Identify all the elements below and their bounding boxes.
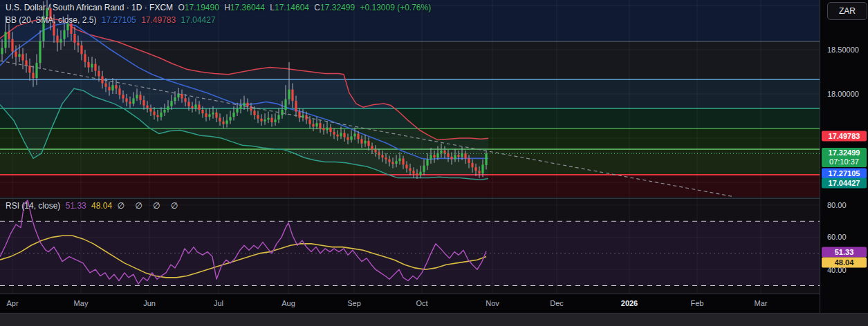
open-label: O xyxy=(178,3,184,12)
bb-lower-value: 17.04427 xyxy=(181,15,216,25)
price-scale-label: 18.00000 xyxy=(827,90,859,98)
rsi-title: RSI (14, close) xyxy=(6,201,60,211)
price-badge: 51.33 xyxy=(822,247,867,258)
price-scale-label: 18.50000 xyxy=(827,46,859,54)
price-badge: 17.27105 xyxy=(822,169,867,179)
time-axis-label[interactable]: Dec xyxy=(550,299,564,307)
price-scale-label: 60.00 xyxy=(827,233,847,241)
time-axis-label[interactable]: May xyxy=(74,299,89,307)
chart-window: U.S. Dollar / South African Rand · 1D · … xyxy=(0,0,868,326)
chart-canvas[interactable] xyxy=(0,0,820,313)
time-axis-label[interactable]: Feb xyxy=(691,299,704,307)
price-badge: 48.04 xyxy=(822,258,867,268)
price-badge: 17.3249907:10:37 xyxy=(822,148,867,167)
low-label: L xyxy=(270,3,275,12)
time-axis-label[interactable]: Aug xyxy=(281,299,295,307)
bb-legend-row[interactable]: BB (20, SMA, close, 2.5) 17.27105 17.497… xyxy=(6,15,219,25)
rsi-band-fill xyxy=(0,221,820,285)
high-value: 17.36044 xyxy=(230,3,265,12)
time-axis-label[interactable]: Oct xyxy=(416,299,427,307)
bb-title: BB (20, SMA, close, 2.5) xyxy=(6,15,96,25)
rsi-ma-value: 48.04 xyxy=(91,201,112,211)
rsi-legend-row[interactable]: RSI (14, close) 51.33 48.04 ∅ ∅ ∅ ∅ xyxy=(6,201,185,211)
low-value: 17.14604 xyxy=(275,3,309,12)
bb-upper-value: 17.49783 xyxy=(141,15,176,25)
bb-basis-value: 17.27105 xyxy=(102,15,136,25)
change-value: +0.13009 (+0.76%) xyxy=(360,3,431,12)
time-axis[interactable]: AprMayJunJulAugSepOctNovDec2026FebMar xyxy=(0,294,820,313)
price-scale-label: 80.00 xyxy=(827,201,847,209)
time-axis-label[interactable]: Apr xyxy=(6,299,18,307)
time-axis-label[interactable]: 2026 xyxy=(621,299,638,307)
high-label: H xyxy=(224,3,230,12)
countdown-timer: 07:10:37 xyxy=(822,157,867,166)
time-axis-label[interactable]: Nov xyxy=(486,299,499,307)
price-badge: 17.49783 xyxy=(822,131,867,142)
time-axis-label[interactable]: Jul xyxy=(214,299,223,307)
symbol-legend-row[interactable]: U.S. Dollar / South African Rand · 1D · … xyxy=(6,3,434,12)
time-axis-label[interactable]: Mar xyxy=(755,299,768,307)
time-axis-label[interactable]: Jun xyxy=(143,299,156,307)
open-value: 17.19490 xyxy=(185,3,219,12)
rsi-empty-slots: ∅ ∅ ∅ ∅ xyxy=(117,201,182,211)
price-scale[interactable]: 18.5000018.0000080.0060.0040.0017.497831… xyxy=(820,0,868,313)
close-label: C xyxy=(314,3,320,12)
symbol-title: U.S. Dollar / South African Rand · 1D · … xyxy=(6,3,173,12)
time-axis-label[interactable]: Sep xyxy=(347,299,361,307)
close-value: 17.32499 xyxy=(320,3,355,12)
currency-toggle-button[interactable]: ZAR xyxy=(827,2,867,20)
bottom-toolbar-strip xyxy=(0,313,868,326)
price-badge: 17.04427 xyxy=(822,178,867,189)
rsi-value: 51.33 xyxy=(66,201,86,211)
